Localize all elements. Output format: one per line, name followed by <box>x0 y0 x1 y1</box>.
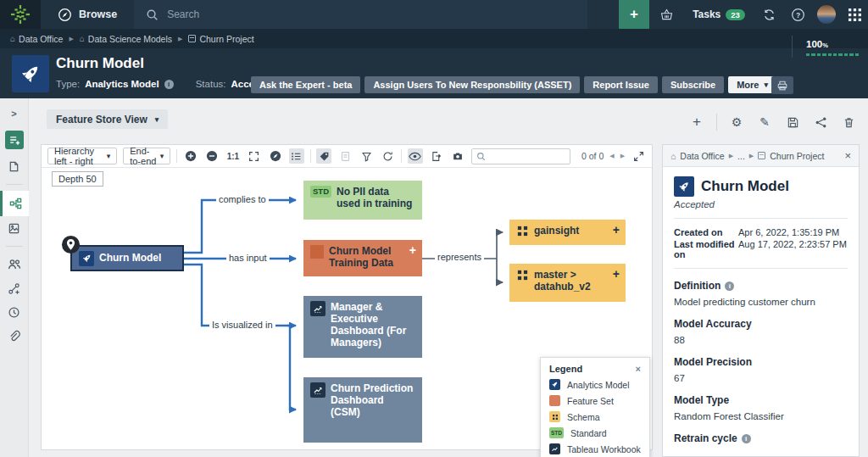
node-label: No PII data used in training <box>337 186 415 215</box>
edge-label-represents: represents <box>435 252 484 262</box>
delete-view-button[interactable] <box>840 114 857 131</box>
home-icon: ⌂ <box>80 34 85 43</box>
schema-swatch <box>549 411 560 422</box>
basket-icon <box>659 8 674 22</box>
share-view-button[interactable] <box>812 114 829 131</box>
expand-node-button[interactable]: + <box>409 243 416 258</box>
close-icon[interactable]: × <box>844 149 851 162</box>
left-sidebar: > <box>0 98 29 457</box>
view-actions: + ⚙ ✎ <box>688 114 857 131</box>
ask-expert-button[interactable]: Ask the Expert - beta <box>251 76 360 93</box>
create-button[interactable]: + <box>619 0 649 29</box>
more-button[interactable]: More ▾ <box>728 76 776 93</box>
plus-icon: + <box>630 6 638 23</box>
apps-grid-button[interactable] <box>841 0 868 29</box>
report-issue-button[interactable]: Report Issue <box>584 76 658 93</box>
diagram-icon <box>9 198 22 210</box>
top-nav: Browse + Tasks 23 <box>0 0 868 29</box>
model-type-value: Random Forest Classifier <box>674 411 848 421</box>
save-icon <box>787 116 799 129</box>
schema-icon <box>516 225 529 237</box>
breadcrumb-item-project[interactable]: Churn Project <box>188 34 253 44</box>
browse-menu[interactable]: Browse <box>41 0 134 29</box>
depth-input[interactable]: Depth 50 <box>52 171 103 187</box>
subscribe-button[interactable]: Subscribe <box>662 76 724 93</box>
sidebar-item-add-characteristic[interactable] <box>5 131 24 149</box>
info-icon[interactable]: i <box>164 80 174 89</box>
node-standard-no-pii[interactable]: STD No PII data used in training <box>303 181 422 220</box>
sidebar-expand-button[interactable]: > <box>0 102 29 125</box>
assign-users-button[interactable]: Assign Users To New Responsbility (ASSET… <box>364 76 580 93</box>
node-label: master > datahub_v2 <box>534 269 602 297</box>
analytics-model-icon <box>79 251 94 266</box>
sidebar-item-history[interactable] <box>0 300 29 324</box>
breadcrumb-item-models[interactable]: ⌂ Data Science Models <box>80 34 172 44</box>
expand-node-button[interactable]: + <box>613 223 620 237</box>
image-document-icon <box>8 222 20 235</box>
model-precision-value: 67 <box>674 373 848 383</box>
tasks-button[interactable]: Tasks 23 <box>683 0 754 29</box>
node-workbook-churn-dashboard[interactable]: Churn Prediction Dashboard (CSM) <box>303 377 422 443</box>
workbook-icon <box>310 301 326 316</box>
created-on-value: Apr 6, 2022, 1:35:19 PM <box>738 227 848 237</box>
asset-preview-panel: ⌂ Data Office ▶ ... ▶ Churn Project × Ch… <box>662 144 860 457</box>
user-menu[interactable] <box>812 0 841 29</box>
sidebar-item-attachments[interactable] <box>0 324 29 348</box>
workbook-icon <box>310 382 326 398</box>
people-icon <box>8 258 21 271</box>
node-workbook-manager-dashboard[interactable]: Manager & Executive Dashboard (For Manag… <box>303 296 422 358</box>
schema-icon <box>516 269 529 281</box>
legend-title: Legend <box>549 364 582 374</box>
chevron-right-icon: ▶ <box>729 153 733 159</box>
info-icon[interactable]: i <box>725 281 734 291</box>
print-button[interactable] <box>771 76 793 94</box>
document-icon <box>8 160 20 173</box>
relations-icon <box>8 282 20 295</box>
help-icon: ? <box>791 8 805 22</box>
diagram-canvas-card: Hierarchy left - right ▾ End-to-end ▾ 1:… <box>41 144 653 450</box>
type-value: Analytics Model <box>85 79 159 89</box>
sidebar-item-documents[interactable] <box>0 154 29 178</box>
close-icon[interactable]: × <box>636 364 641 374</box>
chevron-down-icon: ▾ <box>764 81 768 89</box>
panel-crumb-domain[interactable]: Data Office <box>680 151 724 161</box>
edge-label-complies-to: complies to <box>216 194 269 204</box>
sidebar-divider <box>6 184 23 185</box>
breadcrumb-item-domain[interactable]: ⌂ Data Office <box>10 34 63 44</box>
add-view-button[interactable]: + <box>688 114 705 131</box>
sidebar-item-responsibilities[interactable] <box>0 253 29 276</box>
breadcrumb-label: Churn Project <box>199 34 253 44</box>
grid-icon <box>849 8 861 21</box>
basket-button[interactable] <box>649 0 683 29</box>
page-title: Churn Model <box>56 55 144 72</box>
sidebar-item-pictures[interactable] <box>0 216 29 240</box>
node-feature-set-training-data[interactable]: Churn Model Training Data + <box>303 240 422 276</box>
sidebar-item-relations[interactable] <box>0 276 29 300</box>
list-plus-icon <box>8 134 20 146</box>
legend-item-standard: STD Standard <box>549 427 641 438</box>
info-icon[interactable]: i <box>742 434 751 443</box>
node-schema-gainsight[interactable]: gainsight + <box>509 220 626 245</box>
view-settings-button[interactable]: ⚙ <box>728 114 745 131</box>
svg-text:?: ? <box>795 10 799 19</box>
save-view-button[interactable] <box>784 114 801 131</box>
node-churn-model[interactable]: Churn Model <box>70 245 184 271</box>
expand-node-button[interactable]: + <box>613 267 620 281</box>
divider <box>716 114 717 131</box>
legend-label: Tableau Workbook <box>567 444 641 454</box>
help-button[interactable]: ? <box>783 0 812 29</box>
sidebar-item-diagram-active[interactable] <box>0 191 29 216</box>
standard-swatch: STD <box>549 427 564 438</box>
panel-status: Accepted <box>674 199 848 209</box>
search-input[interactable] <box>167 8 506 20</box>
view-selector[interactable]: Feature Store View ▾ <box>47 109 168 129</box>
sync-button[interactable] <box>754 0 783 29</box>
app-logo[interactable] <box>0 0 41 29</box>
panel-crumb-project[interactable]: Churn Project <box>770 151 824 161</box>
completeness-bar <box>806 53 859 56</box>
model-accuracy-value: 88 <box>674 335 848 345</box>
share-icon <box>815 116 827 129</box>
node-schema-master-datahub[interactable]: master > datahub_v2 + <box>509 264 626 302</box>
panel-crumb-ellipsis[interactable]: ... <box>737 151 745 161</box>
edit-view-button[interactable]: ✎ <box>756 114 773 131</box>
